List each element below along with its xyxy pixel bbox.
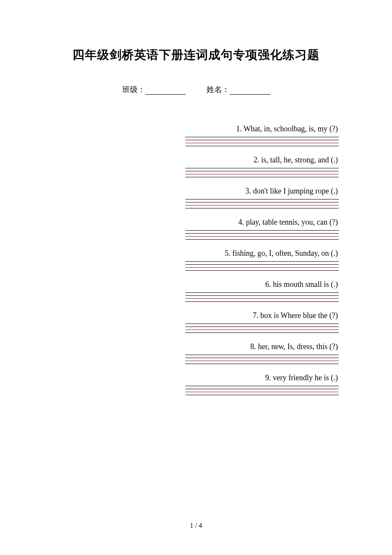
writing-line — [185, 261, 339, 262]
question-text: 6. his mouth small is (.) — [185, 280, 339, 289]
question-text: 3. don't like I jumping rope (.) — [185, 187, 339, 196]
student-info-row: 班级： 姓名： — [53, 84, 339, 95]
writing-line-red — [185, 174, 339, 174]
answer-lines[interactable] — [185, 292, 339, 302]
writing-line — [185, 208, 339, 208]
writing-line — [185, 202, 339, 202]
writing-line — [185, 395, 339, 395]
writing-line — [185, 264, 339, 265]
writing-line-red — [185, 143, 339, 143]
page-number: 1 / 4 — [0, 522, 392, 529]
question-item: 3. don't like I jumping rope (.) — [185, 187, 339, 208]
answer-lines[interactable] — [185, 168, 339, 177]
writing-line — [185, 355, 339, 355]
page-title: 四年级剑桥英语下册连词成句专项强化练习题 — [53, 47, 339, 63]
question-item: 5. fishing, go, I, often, Sunday, on (.) — [185, 249, 339, 271]
writing-line-red — [185, 361, 339, 361]
question-text: 8. her, new, Is, dress, this (?) — [185, 342, 339, 351]
writing-line — [185, 137, 339, 137]
class-blank[interactable] — [145, 87, 186, 95]
writing-line — [185, 239, 339, 240]
questions-container: 1. What, in, schoolbag, is, my (?) 2. is… — [53, 124, 339, 395]
question-item: 1. What, in, schoolbag, is, my (?) — [185, 124, 339, 146]
writing-line-red — [185, 298, 339, 299]
class-label: 班级： — [122, 84, 145, 95]
name-blank[interactable] — [230, 87, 270, 95]
writing-line — [185, 324, 339, 324]
writing-line-red — [185, 205, 339, 205]
writing-line — [185, 199, 339, 199]
question-item: 4. play, table tennis, you, can (?) — [185, 218, 339, 240]
answer-lines[interactable] — [185, 230, 339, 240]
question-text: 2. is, tall, he, strong, and (.) — [185, 156, 339, 165]
writing-line — [185, 358, 339, 358]
writing-line — [185, 270, 339, 271]
question-item: 2. is, tall, he, strong, and (.) — [185, 156, 339, 177]
writing-line — [185, 177, 339, 177]
writing-line — [185, 389, 339, 389]
writing-line — [185, 301, 339, 302]
question-item: 6. his mouth small is (.) — [185, 280, 339, 302]
question-text: 5. fishing, go, I, often, Sunday, on (.) — [185, 249, 339, 258]
question-text: 9. very friendly he is (.) — [185, 373, 339, 382]
writing-line — [185, 233, 339, 234]
answer-lines[interactable] — [185, 355, 339, 364]
writing-line-red — [185, 267, 339, 268]
writing-line — [185, 171, 339, 171]
writing-line — [185, 168, 339, 168]
question-item: 8. her, new, Is, dress, this (?) — [185, 342, 339, 364]
answer-lines[interactable] — [185, 137, 339, 146]
question-text: 4. play, table tennis, you, can (?) — [185, 218, 339, 227]
writing-line — [185, 146, 339, 146]
worksheet-page: 四年级剑桥英语下册连词成句专项强化练习题 班级： 姓名： 1. What, in… — [0, 0, 392, 395]
question-text: 7. box is Where blue the (?) — [185, 311, 339, 320]
question-item: 7. box is Where blue the (?) — [185, 311, 339, 333]
answer-lines[interactable] — [185, 324, 339, 333]
name-label: 姓名： — [207, 84, 230, 95]
writing-line — [185, 295, 339, 296]
writing-line-red — [185, 236, 339, 237]
writing-line — [185, 364, 339, 364]
answer-lines[interactable] — [185, 199, 339, 208]
writing-line — [185, 327, 339, 327]
question-item: 9. very friendly he is (.) — [185, 373, 339, 395]
writing-line — [185, 332, 339, 333]
writing-line-red — [185, 392, 339, 392]
answer-lines[interactable] — [185, 261, 339, 271]
question-text: 1. What, in, schoolbag, is, my (?) — [185, 124, 339, 133]
writing-line — [185, 386, 339, 386]
writing-line — [185, 140, 339, 140]
writing-line-red — [185, 330, 339, 330]
answer-lines[interactable] — [185, 386, 339, 395]
writing-line — [185, 230, 339, 231]
writing-line — [185, 292, 339, 293]
